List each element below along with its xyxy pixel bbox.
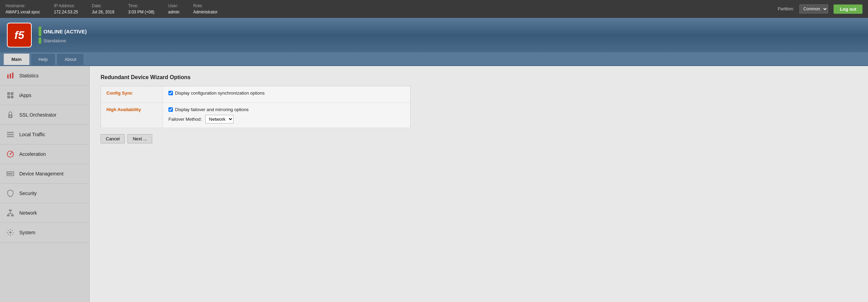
sidebar-item-iapps[interactable]: iApps: [0, 86, 89, 105]
config-sync-checkbox-row: Display configuration synchronization op…: [168, 90, 405, 96]
sidebar-label-system: System: [19, 230, 35, 235]
sidebar-label-ssl-orchestrator: SSL Orchestrator: [19, 112, 56, 118]
config-sync-checkbox-label: Display configuration synchronization op…: [175, 90, 265, 96]
status-standalone: Standalone: [39, 37, 87, 44]
sidebar-label-network: Network: [19, 210, 37, 216]
svg-rect-1: [10, 74, 11, 78]
sidebar-label-device-management: Device Management: [19, 171, 63, 176]
topbar: Hostname: AWAF1.vxrail.spoc IP Address: …: [0, 0, 868, 18]
svg-rect-16: [8, 173, 13, 175]
status-online: ONLINE (ACTIVE): [39, 26, 87, 36]
online-indicator: [39, 26, 41, 36]
config-sync-checkbox[interactable]: [168, 91, 173, 95]
sidebar-item-local-traffic[interactable]: Local Traffic: [0, 125, 89, 144]
iapps-icon: [6, 90, 15, 100]
role-group: Role: Administrator: [193, 3, 218, 15]
sidebar-label-local-traffic: Local Traffic: [19, 132, 45, 137]
svg-point-9: [10, 116, 11, 117]
status-area: ONLINE (ACTIVE) Standalone: [39, 26, 87, 44]
ha-failover-checkbox-row: Display failover and mirroring options: [168, 107, 405, 112]
hostname-value: AWAF1.vxrail.spoc: [6, 9, 40, 15]
failover-method-row: Failover Method: Network Serial USB: [168, 115, 405, 123]
sidebar: Statistics iApps SSL Orch: [0, 66, 90, 302]
failover-method-label: Failover Method:: [168, 117, 202, 122]
header: f5 ONLINE (ACTIVE) Standalone: [0, 18, 868, 52]
chart-icon: [6, 71, 15, 80]
svg-rect-11: [7, 134, 14, 135]
ssl-icon: [6, 110, 15, 120]
failover-method-select[interactable]: Network Serial USB: [205, 115, 234, 123]
security-icon: [6, 188, 15, 198]
buttons-row: Cancel Next ...: [101, 134, 857, 143]
partition-select[interactable]: Common: [799, 4, 828, 13]
sidebar-item-ssl-orchestrator[interactable]: SSL Orchestrator: [0, 105, 89, 125]
svg-point-14: [10, 153, 11, 155]
config-sync-label: Config Sync: [101, 86, 163, 103]
svg-rect-18: [7, 174, 8, 174]
sidebar-item-statistics[interactable]: Statistics: [0, 66, 89, 86]
ip-value: 172.24.53.25: [54, 9, 78, 15]
svg-rect-10: [7, 132, 14, 133]
sidebar-item-device-management[interactable]: Device Management: [0, 164, 89, 184]
system-icon: [6, 228, 15, 237]
network-icon: [6, 208, 15, 218]
traffic-icon: [6, 130, 15, 139]
svg-rect-4: [7, 92, 10, 95]
user-label: User:: [168, 3, 179, 9]
sidebar-label-acceleration: Acceleration: [19, 151, 46, 157]
svg-rect-7: [11, 96, 13, 98]
time-value: 3:03 PM (+08): [128, 9, 154, 15]
svg-point-3: [7, 74, 9, 75]
next-button[interactable]: Next ...: [127, 134, 152, 143]
config-sync-content: Display configuration synchronization op…: [163, 86, 411, 103]
hostname-label: Hostname:: [6, 3, 40, 9]
device-icon: [6, 169, 15, 179]
sidebar-item-network[interactable]: Network: [0, 203, 89, 223]
standalone-text: Standalone: [43, 38, 66, 43]
svg-rect-19: [9, 209, 12, 211]
tab-main[interactable]: Main: [3, 53, 30, 65]
sidebar-item-acceleration[interactable]: Acceleration: [0, 144, 89, 164]
tab-about[interactable]: About: [56, 53, 84, 65]
config-sync-row: Config Sync Display configuration synchr…: [101, 86, 411, 103]
topbar-info: Hostname: AWAF1.vxrail.spoc IP Address: …: [6, 3, 778, 15]
sidebar-label-security: Security: [19, 191, 37, 196]
logout-button[interactable]: Log out: [834, 4, 862, 14]
user-value: admin: [168, 9, 179, 15]
svg-rect-0: [7, 75, 9, 78]
role-value: Administrator: [193, 9, 218, 15]
nav-tabs: Main Help About: [0, 52, 868, 66]
role-label: Role:: [193, 3, 218, 9]
time-group: Time: 3:03 PM (+08): [128, 3, 154, 15]
svg-rect-12: [7, 136, 14, 137]
f5-logo: f5: [7, 23, 32, 47]
ha-failover-checkbox[interactable]: [168, 107, 173, 112]
svg-rect-6: [7, 96, 10, 98]
ip-label: IP Address:: [54, 3, 78, 9]
ip-group: IP Address: 172.24.53.25: [54, 3, 78, 15]
tab-help[interactable]: Help: [31, 53, 56, 65]
user-group: User: admin: [168, 3, 179, 15]
sidebar-label-iapps: iApps: [19, 93, 31, 98]
wizard-table: Config Sync Display configuration synchr…: [101, 86, 411, 128]
wizard-title: Redundant Device Wizard Options: [101, 74, 857, 80]
cancel-button[interactable]: Cancel: [101, 134, 125, 143]
svg-point-26: [9, 231, 11, 234]
layout: Statistics iApps SSL Orch: [0, 66, 868, 302]
sidebar-item-security[interactable]: Security: [0, 184, 89, 203]
sidebar-item-system[interactable]: System: [0, 223, 89, 242]
accel-icon: [6, 149, 15, 159]
online-text: ONLINE (ACTIVE): [43, 29, 87, 34]
ha-failover-checkbox-label: Display failover and mirroring options: [175, 107, 249, 112]
partition-label: Partition:: [778, 7, 794, 11]
high-availability-label: High Availability: [101, 103, 163, 128]
svg-rect-17: [7, 172, 8, 173]
svg-rect-21: [11, 215, 14, 216]
hostname-group: Hostname: AWAF1.vxrail.spoc: [6, 3, 40, 15]
date-label: Date:: [92, 3, 114, 9]
topbar-right: Partition: Common Log out: [778, 4, 862, 14]
standalone-indicator: [39, 37, 41, 44]
svg-rect-2: [12, 73, 13, 78]
svg-rect-5: [11, 92, 13, 95]
date-value: Jul 26, 2019: [92, 9, 114, 15]
